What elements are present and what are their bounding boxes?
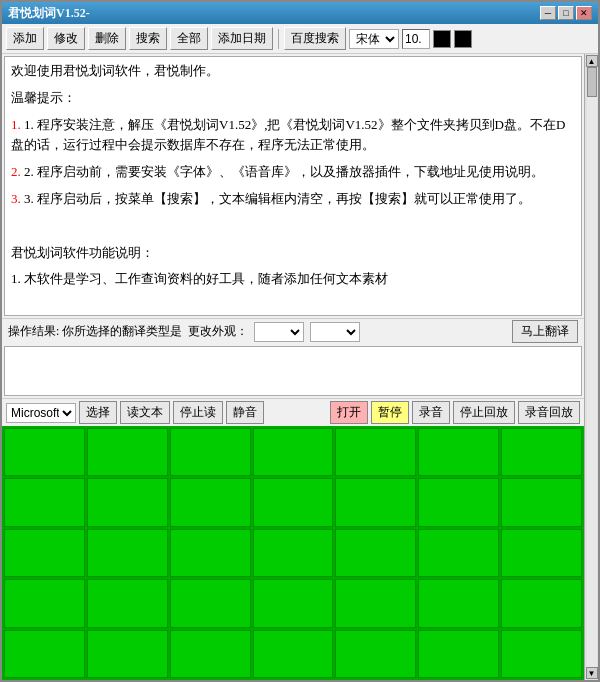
grid-cell[interactable] [170,478,251,526]
add-date-button[interactable]: 添加日期 [211,27,273,50]
welcome-line: 欢迎使用君悦划词软件，君悦制作。 [11,61,575,82]
minimize-button[interactable]: ─ [540,6,556,20]
feature-label: 君悦划词软件功能说明： [11,243,575,264]
delete-button[interactable]: 删除 [88,27,126,50]
grid-cell[interactable] [418,579,499,627]
grid-cell[interactable] [4,529,85,577]
grid-cell[interactable] [253,630,334,678]
tips-label: 温馨提示： [11,88,575,109]
grid-area [2,426,584,680]
scroll-thumb[interactable] [587,67,597,97]
close-button[interactable]: ✕ [576,6,592,20]
para-3: 3. 3. 程序启动后，按菜单【搜索】，文本编辑框内清空，再按【搜索】就可以正常… [11,189,575,210]
tts-bar: Microsoft 选择 读文本 停止读 静音 打开 暂停 录音 停止回放 录音… [2,398,584,426]
font-size-input[interactable] [402,29,430,49]
para-1: 1. 1. 程序安装注意，解压《君悦划词V1.52》,把《君悦划词V1.52》整… [11,115,575,157]
window-title: 君悦划词V1.52- [8,5,90,22]
grid-cell[interactable] [87,428,168,476]
grid-cell[interactable] [418,478,499,526]
input-area[interactable] [4,346,582,396]
font-color-1[interactable] [433,30,451,48]
grid-cell[interactable] [418,428,499,476]
read-text-button[interactable]: 读文本 [120,401,170,424]
feature-line: 1. 木软件是学习、工作查询资料的好工具，随者添加任何文本素材 [11,269,575,290]
style-select-1[interactable] [254,322,304,342]
scroll-up-button[interactable]: ▲ [586,55,598,67]
style-select-2[interactable] [310,322,360,342]
toolbar: 添加 修改 删除 搜索 全部 添加日期 百度搜索 宋体 [2,24,598,54]
font-select[interactable]: 宋体 [349,29,399,49]
status-label: 操作结果: 你所选择的翻译类型是 [8,323,182,340]
grid-cell[interactable] [253,529,334,577]
all-button[interactable]: 全部 [170,27,208,50]
open-button[interactable]: 打开 [330,401,368,424]
mute-button[interactable]: 静音 [226,401,264,424]
window-controls: ─ □ ✕ [540,6,592,20]
grid-cell[interactable] [87,529,168,577]
stop-record-button[interactable]: 停止回放 [453,401,515,424]
scroll-track [587,67,597,667]
grid-cell[interactable] [335,630,416,678]
scroll-down-button[interactable]: ▼ [586,667,598,679]
grid-cell[interactable] [501,529,582,577]
grid-cell[interactable] [418,529,499,577]
grid-cell[interactable] [335,428,416,476]
search-button[interactable]: 搜索 [129,27,167,50]
baidu-search-button[interactable]: 百度搜索 [284,27,346,50]
main-text-area[interactable]: 欢迎使用君悦划词软件，君悦制作。 温馨提示： 1. 1. 程序安装注意，解压《君… [4,56,582,316]
grid-cell[interactable] [170,529,251,577]
play-record-button[interactable]: 录音回放 [518,401,580,424]
grid-cell[interactable] [335,478,416,526]
separator-1 [278,29,279,49]
title-bar: 君悦划词V1.52- ─ □ ✕ [2,2,598,24]
grid-cell[interactable] [87,478,168,526]
grid-cell[interactable] [501,428,582,476]
stop-read-button[interactable]: 停止读 [173,401,223,424]
edit-button[interactable]: 修改 [47,27,85,50]
grid-cell[interactable] [4,630,85,678]
grid-cell[interactable] [501,630,582,678]
pause-button[interactable]: 暂停 [371,401,409,424]
grid-cell[interactable] [418,630,499,678]
status-bar: 操作结果: 你所选择的翻译类型是 更改外观： 马上翻译 [2,318,584,344]
grid-cell[interactable] [170,579,251,627]
grid-cell[interactable] [335,529,416,577]
add-button[interactable]: 添加 [6,27,44,50]
maximize-button[interactable]: □ [558,6,574,20]
grid-cell[interactable] [4,478,85,526]
grid-cell[interactable] [253,478,334,526]
grid-cell[interactable] [501,478,582,526]
grid-cell[interactable] [170,428,251,476]
grid-cell[interactable] [4,428,85,476]
content-area: 欢迎使用君悦划词软件，君悦制作。 温馨提示： 1. 1. 程序安装注意，解压《君… [2,54,598,680]
grid-cell[interactable] [87,579,168,627]
grid-cell[interactable] [335,579,416,627]
grid-cell[interactable] [253,428,334,476]
grid-cell[interactable] [87,630,168,678]
para-2: 2. 2. 程序启动前，需要安装《字体》、《语音库》，以及播放器插件，下载地址见… [11,162,575,183]
grid-cell[interactable] [170,630,251,678]
grid-cell[interactable] [501,579,582,627]
main-window: 君悦划词V1.52- ─ □ ✕ 添加 修改 删除 搜索 全部 添加日期 百度搜… [0,0,600,682]
grid-cell[interactable] [4,579,85,627]
translate-button[interactable]: 马上翻译 [512,320,578,343]
scrollbar[interactable]: ▲ ▼ [584,54,598,680]
record-button[interactable]: 录音 [412,401,450,424]
choose-button[interactable]: 选择 [79,401,117,424]
grid-cell[interactable] [253,579,334,627]
style-label: 更改外观： [188,323,248,340]
voice-select[interactable]: Microsoft [6,403,76,423]
font-color-2[interactable] [454,30,472,48]
blank-line [11,216,575,237]
